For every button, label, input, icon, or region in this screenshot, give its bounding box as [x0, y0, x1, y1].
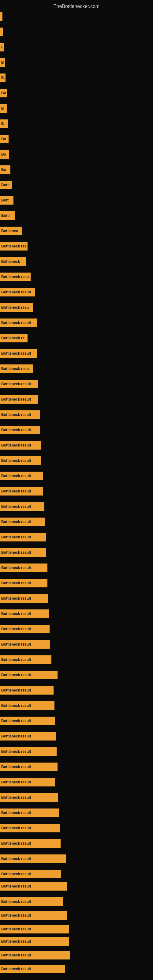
bar-fill: E [0, 43, 4, 51]
bar-fill: B [0, 73, 5, 82]
bar-fill: Bottleneck result [0, 686, 54, 695]
bar-item: B [0, 119, 8, 128]
bar-item: Bottleneck result [0, 456, 41, 465]
bar-fill: B [0, 119, 8, 128]
bar-item: Bottleneck result [0, 487, 43, 495]
bar-item: Bottleneck result [0, 380, 38, 388]
bar-fill: Bottleneck result [0, 533, 46, 541]
bar-fill: Bottleneck result [0, 937, 69, 946]
bar-fill: Bottleneck result [0, 349, 37, 358]
bar-item: Bottleneck result [0, 349, 37, 358]
bar-fill: B [0, 104, 7, 113]
bar-fill: Bottleneck result [0, 701, 54, 710]
bar-item: Bottleneck result [0, 548, 46, 557]
bar-fill: Bottl [0, 211, 15, 220]
bar-item: Bottleneck res [0, 242, 27, 250]
bar-fill: Bottl [0, 181, 12, 189]
bar-fill: Bo [0, 135, 9, 143]
bar-fill: Bott [0, 196, 13, 205]
bar-fill: Bo [0, 165, 10, 174]
bar-item: Bottleneck result [0, 951, 70, 959]
bar-fill: Bottleneck resu [0, 272, 30, 281]
bar-item: Bottleneck result [0, 732, 56, 740]
bar-item: Bottleneck result [0, 965, 65, 973]
bar-fill: Bottleneck result [0, 897, 63, 906]
bar-fill: Bottleneck re [0, 334, 27, 342]
bar-item: Bottleneck result [0, 937, 69, 946]
bar-fill: Bottleneck result [0, 410, 40, 419]
bar-fill: Bottleneck result [0, 655, 51, 664]
bar-item: Bottleneck result [0, 318, 37, 327]
bar-item: Bottleneck result [0, 717, 55, 725]
bar-fill: Bottleneck result [0, 380, 38, 388]
bar-fill: Bottleneck result [0, 882, 67, 891]
bar-item: Bottleneck result [0, 701, 54, 710]
bar-item [0, 12, 2, 21]
bar-item: B [0, 73, 5, 82]
bar-fill: Bottleneck result [0, 288, 35, 296]
bar-item: Bottleneck result [0, 517, 45, 526]
bar-item [0, 27, 3, 36]
bar-item: Bottleneck result [0, 655, 51, 664]
bar-item: Bottleneck result [0, 563, 48, 572]
bar-item: Bottleneck result [0, 502, 45, 511]
bar-fill: Bottleneck result [0, 318, 37, 327]
bar-fill: Bottleneck result [0, 925, 69, 934]
bar-item: Bo [0, 135, 9, 143]
bar-fill: Bottleneck result [0, 778, 55, 786]
site-title: TheBottlenecker.com [0, 1, 153, 12]
bar-fill: Bottleneck result [0, 456, 41, 465]
bar-item: Bottleneck result [0, 808, 59, 817]
bar-item: Bottleneck result [0, 778, 55, 786]
bar-item: Bottleneck result [0, 533, 46, 541]
bar-item: Bottleneck result [0, 897, 63, 906]
bar-item: Bo [0, 89, 7, 97]
bar-fill: Bottleneck result [0, 717, 55, 725]
bar-item: Bottleneck result [0, 472, 43, 480]
bar-item: Bottleneck result [0, 579, 48, 587]
bar-item: E [0, 43, 4, 51]
bar-fill: B [0, 58, 5, 67]
bar-fill: Bottleneck result [0, 579, 48, 587]
bar-fill: Bottleneck result [0, 762, 57, 771]
bar-item: Bottleneck result [0, 426, 40, 434]
bar-item: Bottleneck re [0, 334, 27, 342]
bar-item: Bottleneck result [0, 870, 61, 878]
bar-fill: Bottleneck resu [0, 303, 33, 312]
bar-item: Bottleneck result [0, 640, 50, 649]
bar-fill: Bottleneck result [0, 854, 66, 863]
bar-fill: Bottleneck result [0, 625, 49, 633]
bar-fill: Bottleneck result [0, 911, 67, 920]
bar-fill: Bottleneck result [0, 747, 57, 756]
bar-item: Bottleneck [0, 257, 26, 266]
bar-item: Bo [0, 150, 9, 159]
bar-fill: Bottleneck result [0, 640, 50, 649]
bar-fill: Bottleneck res [0, 242, 27, 250]
bar-item: Bottleneck result [0, 793, 58, 802]
bar-item: Bottleneck result [0, 762, 57, 771]
bar-fill: Bottleneck result [0, 808, 59, 817]
bar-fill: Bottleneck result [0, 870, 61, 878]
bar-item: Bottl [0, 211, 15, 220]
bar-item: Bottleneck result [0, 625, 49, 633]
bar-item: Bottleneck result [0, 747, 57, 756]
bar-fill: Bottleneck result [0, 951, 70, 959]
bar-fill: Bo [0, 150, 9, 159]
bar-item: Bottleneck result [0, 854, 66, 863]
bar-fill: Bottleneck result [0, 594, 48, 603]
bar-item: B [0, 58, 5, 67]
bar-fill: Bottleneck result [0, 502, 45, 511]
bar-fill: Bo [0, 89, 7, 97]
bar-fill: Bottleneck result [0, 732, 56, 740]
bar-item: Bottleneck result [0, 911, 67, 920]
bar-item: Bottleneck result [0, 686, 54, 695]
bar-fill: Bottleneck result [0, 965, 65, 973]
bar-item: Bottleneck result [0, 925, 69, 934]
bar-fill [0, 27, 3, 36]
bar-item: B [0, 104, 7, 113]
bar-item: Bottleneck resu [0, 364, 33, 373]
bar-fill: Bottleneck result [0, 839, 61, 848]
bar-item: Bottleneck result [0, 594, 48, 603]
bar-item: Bottleneck result [0, 410, 40, 419]
bar-item: Bottleneck result [0, 824, 60, 832]
